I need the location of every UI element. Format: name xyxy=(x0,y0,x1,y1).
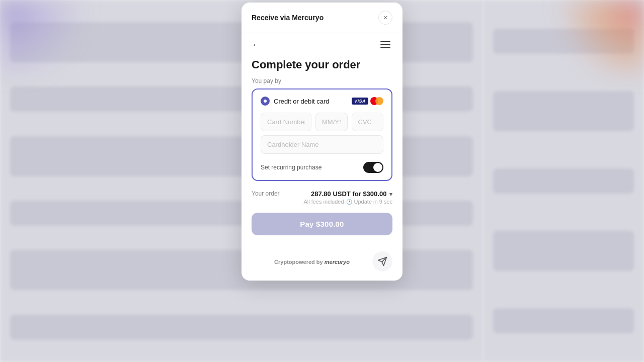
recurring-label: Set recurring purchase xyxy=(261,164,321,171)
modal-title: Receive via Mercuryo xyxy=(252,14,324,22)
card-logos: VISA xyxy=(352,97,383,106)
cvc-input[interactable] xyxy=(352,113,384,131)
order-amount: 287.80 USDT for $300.00 ▾ All fees inclu… xyxy=(303,190,392,205)
modal-footer: Cryptopowered by mercuryo xyxy=(242,245,403,281)
powered-by-text: Cryptopowered by mercuryo xyxy=(274,259,350,265)
expiry-input[interactable] xyxy=(315,113,348,131)
visa-logo: VISA xyxy=(352,98,368,105)
close-button[interactable]: × xyxy=(378,11,392,25)
payment-option-left: Credit or debit card xyxy=(261,97,330,106)
modal-nav: ← xyxy=(242,33,403,56)
close-icon: × xyxy=(383,14,387,22)
radio-inner xyxy=(264,100,267,103)
powered-by-label: Cryptopowered by xyxy=(274,259,323,265)
page-title: Complete your order xyxy=(252,58,392,71)
modal: Receive via Mercuryo × ← Complete your o… xyxy=(242,3,403,281)
telegram-button[interactable] xyxy=(372,251,392,272)
mc-circle-right xyxy=(375,97,383,105)
menu-line-3 xyxy=(380,47,390,48)
payment-section-label: You pay by xyxy=(252,77,392,84)
recurring-toggle-row: Set recurring purchase xyxy=(261,162,383,173)
order-section: Your order 287.80 USDT for $300.00 ▾ All… xyxy=(252,190,392,205)
modal-overlay: Receive via Mercuryo × ← Complete your o… xyxy=(0,0,644,362)
fees-note: All fees included xyxy=(303,199,344,205)
order-crypto: 287.80 USDT for xyxy=(311,190,361,198)
mastercard-logo xyxy=(370,97,383,106)
telegram-icon xyxy=(377,256,387,266)
cardholder-name-input[interactable] xyxy=(261,135,383,154)
toggle-knob xyxy=(373,163,382,172)
recurring-toggle[interactable] xyxy=(363,162,383,173)
order-fiat: $300.00 xyxy=(363,190,386,198)
modal-body: Complete your order You pay by Credit or… xyxy=(242,56,403,245)
order-sub: All fees included 🕐 Update in 9 sec xyxy=(303,199,392,205)
menu-button[interactable] xyxy=(378,39,392,50)
order-row: Your order 287.80 USDT for $300.00 ▾ All… xyxy=(252,190,392,205)
payment-option-label: Credit or debit card xyxy=(274,98,330,105)
payment-option: Credit or debit card VISA xyxy=(261,97,383,106)
brand-name: mercuryo xyxy=(325,259,350,265)
back-icon: ← xyxy=(252,40,261,50)
card-fields xyxy=(261,113,383,154)
menu-line-2 xyxy=(380,44,390,45)
payment-card: Credit or debit card VISA xyxy=(252,88,392,181)
pay-button[interactable]: Pay $300.00 xyxy=(252,213,392,235)
order-main-text: 287.80 USDT for $300.00 ▾ xyxy=(303,190,392,198)
card-row-1 xyxy=(261,113,383,131)
update-note: Update in 9 sec xyxy=(354,199,392,205)
dropdown-arrow-icon[interactable]: ▾ xyxy=(389,191,392,197)
order-label: Your order xyxy=(252,190,280,197)
clock-icon: 🕐 xyxy=(346,199,352,205)
radio-selected[interactable] xyxy=(261,97,270,106)
modal-header: Receive via Mercuryo × xyxy=(242,3,403,33)
card-number-input[interactable] xyxy=(261,113,311,131)
back-button[interactable]: ← xyxy=(252,40,261,50)
menu-line-1 xyxy=(380,41,390,42)
